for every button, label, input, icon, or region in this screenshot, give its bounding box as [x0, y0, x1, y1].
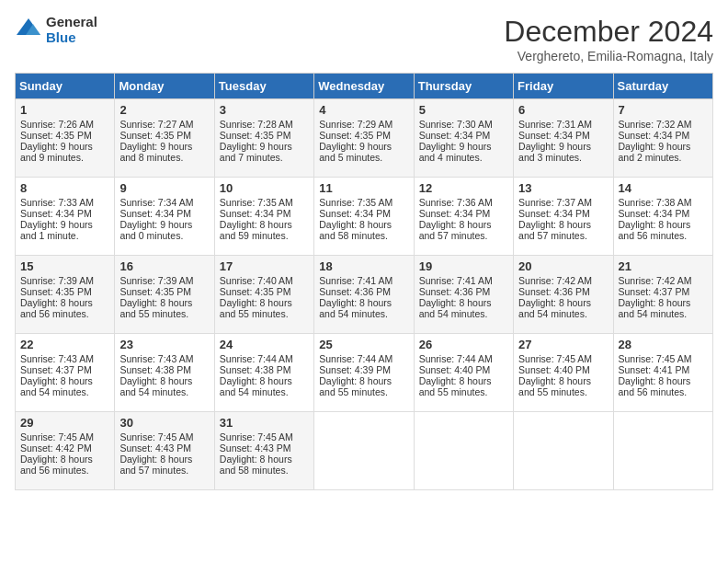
day-number: 21 — [619, 259, 708, 273]
sunrise-text: Sunrise: 7:33 AM — [20, 197, 94, 208]
sunrise-text: Sunrise: 7:44 AM — [220, 353, 293, 364]
day-number: 27 — [518, 338, 608, 351]
sunset-text: Sunset: 4:36 PM — [419, 286, 491, 297]
daylight-text: Daylight: 8 hours and 55 minutes. — [220, 297, 292, 319]
sunrise-text: Sunrise: 7:45 AM — [619, 353, 692, 364]
sunrise-text: Sunrise: 7:45 AM — [20, 431, 94, 442]
day-number: 25 — [319, 338, 408, 351]
day-number: 10 — [220, 181, 309, 195]
sunset-text: Sunset: 4:34 PM — [419, 208, 491, 219]
daylight-text: Daylight: 8 hours and 57 minutes. — [419, 219, 492, 241]
sunset-text: Sunset: 4:34 PM — [220, 208, 291, 219]
day-number: 24 — [220, 338, 309, 351]
calendar-cell: 13 Sunrise: 7:37 AM Sunset: 4:34 PM Dayl… — [514, 178, 613, 256]
calendar-week-row: 8 Sunrise: 7:33 AM Sunset: 4:34 PM Dayli… — [16, 178, 713, 256]
calendar-week-row: 29 Sunrise: 7:45 AM Sunset: 4:42 PM Dayl… — [16, 412, 713, 490]
day-number: 13 — [518, 181, 608, 195]
header-thursday: Thursday — [414, 74, 513, 99]
sunrise-text: Sunrise: 7:42 AM — [518, 275, 592, 286]
sunrise-text: Sunrise: 7:45 AM — [518, 353, 592, 364]
sunrise-text: Sunrise: 7:30 AM — [419, 119, 493, 130]
calendar-cell: 15 Sunrise: 7:39 AM Sunset: 4:35 PM Dayl… — [16, 256, 115, 334]
daylight-text: Daylight: 8 hours and 54 minutes. — [619, 297, 691, 319]
sunset-text: Sunset: 4:35 PM — [220, 130, 291, 141]
sunrise-text: Sunrise: 7:39 AM — [119, 275, 193, 286]
calendar-week-row: 1 Sunrise: 7:26 AM Sunset: 4:35 PM Dayli… — [16, 99, 713, 178]
calendar-table: SundayMondayTuesdayWednesdayThursdayFrid… — [15, 73, 713, 490]
sunset-text: Sunset: 4:40 PM — [518, 364, 590, 375]
header-monday: Monday — [115, 74, 214, 99]
day-number: 14 — [619, 181, 708, 195]
day-number: 23 — [119, 338, 209, 351]
calendar-cell: 6 Sunrise: 7:31 AM Sunset: 4:34 PM Dayli… — [514, 99, 613, 178]
sunrise-text: Sunrise: 7:44 AM — [319, 353, 392, 364]
sunset-text: Sunset: 4:34 PM — [119, 208, 191, 219]
day-number: 12 — [419, 181, 508, 195]
sunset-text: Sunset: 4:34 PM — [518, 130, 590, 141]
calendar-cell: 8 Sunrise: 7:33 AM Sunset: 4:34 PM Dayli… — [16, 178, 115, 256]
daylight-text: Daylight: 9 hours and 2 minutes. — [619, 141, 691, 163]
daylight-text: Daylight: 9 hours and 1 minute. — [20, 219, 93, 241]
daylight-text: Daylight: 8 hours and 55 minutes. — [119, 297, 192, 319]
calendar-cell: 23 Sunrise: 7:43 AM Sunset: 4:38 PM Dayl… — [115, 334, 214, 412]
sunrise-text: Sunrise: 7:44 AM — [419, 353, 493, 364]
calendar-cell: 11 Sunrise: 7:35 AM Sunset: 4:34 PM Dayl… — [314, 178, 414, 256]
header-saturday: Saturday — [613, 74, 712, 99]
daylight-text: Daylight: 8 hours and 54 minutes. — [220, 375, 292, 397]
logo-icon — [15, 17, 42, 44]
calendar-cell: 16 Sunrise: 7:39 AM Sunset: 4:35 PM Dayl… — [115, 256, 214, 334]
sunrise-text: Sunrise: 7:32 AM — [619, 119, 692, 130]
sunset-text: Sunset: 4:35 PM — [319, 130, 391, 141]
daylight-text: Daylight: 8 hours and 56 minutes. — [20, 454, 93, 476]
day-number: 16 — [119, 259, 209, 273]
daylight-text: Daylight: 9 hours and 0 minutes. — [119, 219, 192, 241]
daylight-text: Daylight: 8 hours and 54 minutes. — [319, 297, 392, 319]
sunset-text: Sunset: 4:35 PM — [119, 130, 191, 141]
day-number: 18 — [319, 259, 408, 273]
calendar-cell: 25 Sunrise: 7:44 AM Sunset: 4:39 PM Dayl… — [314, 334, 414, 412]
sunrise-text: Sunrise: 7:31 AM — [518, 119, 592, 130]
sunrise-text: Sunrise: 7:28 AM — [220, 119, 293, 130]
day-number: 26 — [419, 338, 508, 351]
daylight-text: Daylight: 8 hours and 56 minutes. — [619, 375, 691, 397]
calendar-cell: 22 Sunrise: 7:43 AM Sunset: 4:37 PM Dayl… — [16, 334, 115, 412]
calendar-cell — [514, 412, 613, 490]
daylight-text: Daylight: 8 hours and 54 minutes. — [518, 297, 591, 319]
daylight-text: Daylight: 8 hours and 55 minutes. — [419, 375, 492, 397]
day-number: 28 — [619, 338, 708, 351]
sunset-text: Sunset: 4:42 PM — [20, 442, 92, 454]
day-number: 11 — [319, 181, 408, 195]
calendar-cell — [613, 412, 712, 490]
calendar-cell: 5 Sunrise: 7:30 AM Sunset: 4:34 PM Dayli… — [414, 99, 513, 178]
daylight-text: Daylight: 8 hours and 54 minutes. — [20, 375, 93, 397]
month-title: December 2024 — [504, 15, 713, 49]
daylight-text: Daylight: 9 hours and 4 minutes. — [419, 141, 492, 163]
day-number: 8 — [20, 181, 109, 195]
daylight-text: Daylight: 9 hours and 7 minutes. — [220, 141, 292, 163]
sunrise-text: Sunrise: 7:41 AM — [319, 275, 392, 286]
daylight-text: Daylight: 9 hours and 9 minutes. — [20, 141, 93, 163]
sunrise-text: Sunrise: 7:45 AM — [220, 431, 293, 442]
sunset-text: Sunset: 4:36 PM — [518, 286, 590, 297]
sunrise-text: Sunrise: 7:43 AM — [119, 353, 193, 364]
calendar-cell: 14 Sunrise: 7:38 AM Sunset: 4:34 PM Dayl… — [613, 178, 712, 256]
sunset-text: Sunset: 4:41 PM — [619, 364, 690, 375]
calendar-cell: 9 Sunrise: 7:34 AM Sunset: 4:34 PM Dayli… — [115, 178, 214, 256]
sunset-text: Sunset: 4:34 PM — [619, 130, 690, 141]
calendar-cell: 4 Sunrise: 7:29 AM Sunset: 4:35 PM Dayli… — [314, 99, 414, 178]
sunrise-text: Sunrise: 7:43 AM — [20, 353, 94, 364]
day-number: 30 — [119, 416, 209, 430]
sunset-text: Sunset: 4:36 PM — [319, 286, 391, 297]
sunrise-text: Sunrise: 7:37 AM — [518, 197, 592, 208]
sunset-text: Sunset: 4:34 PM — [419, 130, 491, 141]
daylight-text: Daylight: 8 hours and 54 minutes. — [119, 375, 192, 397]
calendar-cell: 19 Sunrise: 7:41 AM Sunset: 4:36 PM Dayl… — [414, 256, 513, 334]
day-number: 22 — [20, 338, 109, 351]
calendar-cell: 30 Sunrise: 7:45 AM Sunset: 4:43 PM Dayl… — [115, 412, 214, 490]
daylight-text: Daylight: 8 hours and 55 minutes. — [319, 375, 392, 397]
sunrise-text: Sunrise: 7:41 AM — [419, 275, 493, 286]
daylight-text: Daylight: 9 hours and 3 minutes. — [518, 141, 591, 163]
day-number: 7 — [619, 103, 708, 117]
day-number: 15 — [20, 259, 109, 273]
day-number: 1 — [20, 103, 109, 117]
